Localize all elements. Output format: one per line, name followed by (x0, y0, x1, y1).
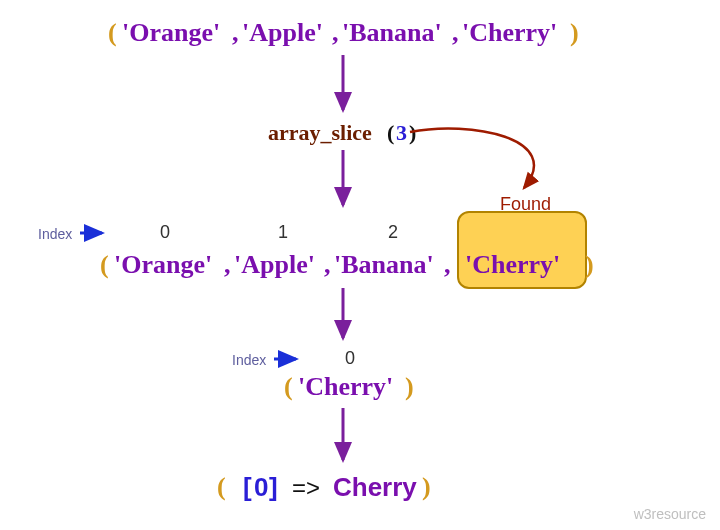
row3-item-0: 'Cherry' (298, 372, 393, 402)
diagram-stage: ( 'Orange' , 'Apple' , 'Banana' , 'Cherr… (0, 0, 720, 530)
row2-idx-2: 2 (388, 222, 398, 243)
row2-comma-0: , (224, 250, 231, 280)
result-rparen: ) (422, 472, 431, 502)
row2-comma-2: , (444, 250, 451, 280)
func-lparen: ( (387, 120, 394, 146)
result-value: Cherry (333, 472, 417, 503)
result-zero: 0 (254, 472, 268, 503)
row1-item-0: 'Orange' (122, 18, 220, 48)
result-rbracket: ] (269, 472, 278, 503)
found-curve-arrow (410, 128, 534, 188)
row2-index-label: Index (38, 226, 72, 242)
row1-comma-1: , (332, 18, 339, 48)
row2-item-3: 'Cherry' (465, 250, 560, 280)
row1-comma-2: , (452, 18, 459, 48)
row2-item-0: 'Orange' (114, 250, 212, 280)
row3-index-label: Index (232, 352, 266, 368)
watermark: w3resource (634, 506, 706, 522)
row1-comma-0: , (232, 18, 239, 48)
row2-idx-0: 0 (160, 222, 170, 243)
row1-item-1: 'Apple' (242, 18, 323, 48)
result-lparen: ( (217, 472, 226, 502)
result-lbracket: [ (243, 472, 252, 503)
row2-rparen: ) (585, 250, 594, 280)
row1-item-2: 'Banana' (342, 18, 442, 48)
row1-rparen: ) (570, 18, 579, 48)
row2-idx-1: 1 (278, 222, 288, 243)
func-rparen: ) (409, 120, 416, 146)
row1-item-3: 'Cherry' (462, 18, 557, 48)
result-arrow-symbol: => (292, 474, 320, 502)
row2-comma-1: , (324, 250, 331, 280)
row2-item-1: 'Apple' (234, 250, 315, 280)
row2-item-2: 'Banana' (334, 250, 434, 280)
row2-lparen: ( (100, 250, 109, 280)
row3-lparen: ( (284, 372, 293, 402)
func-name: array_slice (268, 120, 372, 146)
func-arg: 3 (396, 120, 407, 146)
row3-rparen: ) (405, 372, 414, 402)
row1-lparen: ( (108, 18, 117, 48)
row3-idx-0: 0 (345, 348, 355, 369)
